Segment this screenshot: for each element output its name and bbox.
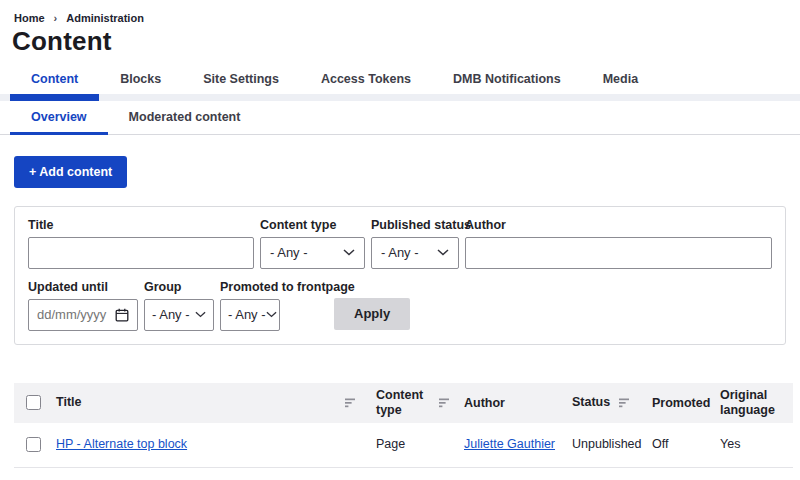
filters-row-1: Title Content type - Any - Published sta… bbox=[28, 218, 772, 269]
content-title-link[interactable]: HP - Alternate top block bbox=[56, 437, 187, 451]
filter-author-input[interactable] bbox=[465, 237, 772, 269]
column-header-author: Author bbox=[464, 396, 505, 410]
author-link[interactable]: Juliette Gauthier bbox=[464, 437, 555, 451]
filter-promoted-label: Promoted to frontpage bbox=[220, 280, 280, 294]
filter-title-input[interactable] bbox=[28, 237, 254, 269]
subtab-overview[interactable]: Overview bbox=[10, 101, 108, 134]
cell-promoted: Off bbox=[652, 437, 668, 451]
filter-published-status-value: - Any - bbox=[381, 245, 419, 260]
add-content-button[interactable]: + Add content bbox=[14, 156, 127, 188]
secondary-tabs: Overview Moderated content bbox=[0, 101, 800, 135]
filter-published-status-field: Published status - Any - bbox=[371, 218, 459, 269]
cell-status: Unpublished bbox=[572, 437, 642, 451]
breadcrumb-administration-link[interactable]: Administration bbox=[66, 12, 144, 24]
column-header-original-language: Original language bbox=[720, 388, 780, 418]
page-title: Content bbox=[12, 27, 800, 57]
tab-media[interactable]: Media bbox=[582, 64, 659, 94]
filter-group-label: Group bbox=[144, 280, 214, 294]
apply-filters-button[interactable]: Apply bbox=[334, 298, 410, 330]
subtab-moderated-content[interactable]: Moderated content bbox=[108, 101, 262, 134]
column-header-content-type[interactable]: Content type bbox=[376, 388, 430, 418]
tab-content[interactable]: Content bbox=[10, 64, 99, 94]
tab-site-settings[interactable]: Site Settings bbox=[182, 64, 300, 94]
chevron-right-icon: › bbox=[54, 12, 58, 24]
filter-updated-until-input[interactable] bbox=[37, 307, 111, 322]
sort-icon[interactable] bbox=[345, 398, 356, 408]
table-row: HP - News Page Juliette Gauthier Unpubli… bbox=[14, 468, 793, 480]
table-header-row: Title Content type Author Status bbox=[14, 383, 793, 423]
filter-content-type-value: - Any - bbox=[270, 245, 308, 260]
filter-author-field: Author bbox=[465, 218, 772, 269]
filters-row-2: Updated until Group - Any - bbox=[28, 280, 772, 331]
chevron-down-icon bbox=[343, 249, 355, 256]
filters-panel: Title Content type - Any - Published sta… bbox=[14, 206, 786, 345]
filter-published-status-label: Published status bbox=[371, 218, 459, 232]
table-row: HP - Alternate top block Page Juliette G… bbox=[14, 423, 793, 468]
content-admin-page: Home › Administration Content Content Bl… bbox=[0, 0, 800, 480]
filter-group-value: - Any - bbox=[152, 307, 190, 322]
sort-icon[interactable] bbox=[619, 398, 630, 408]
chevron-down-icon bbox=[266, 311, 277, 318]
content-table: Title Content type Author Status bbox=[14, 383, 793, 480]
filter-promoted-field: Promoted to frontpage - Any - bbox=[220, 280, 280, 331]
breadcrumb-home-link[interactable]: Home bbox=[14, 12, 45, 24]
filter-updated-until-label: Updated until bbox=[28, 280, 138, 294]
filter-title-field: Title bbox=[28, 218, 254, 269]
filter-promoted-select[interactable]: - Any - bbox=[220, 299, 280, 331]
filter-updated-until-field: Updated until bbox=[28, 280, 138, 331]
filter-title-label: Title bbox=[28, 218, 254, 232]
filter-published-status-select[interactable]: - Any - bbox=[371, 237, 459, 269]
breadcrumb: Home › Administration bbox=[0, 0, 800, 24]
chevron-down-icon bbox=[195, 311, 206, 318]
select-all-checkbox[interactable] bbox=[26, 395, 41, 410]
tab-access-tokens[interactable]: Access Tokens bbox=[300, 64, 432, 94]
filter-updated-until-datebox bbox=[28, 299, 138, 331]
cell-content-type: Page bbox=[376, 437, 405, 451]
filter-promoted-value: - Any - bbox=[228, 307, 266, 322]
primary-tabs-track bbox=[0, 94, 800, 101]
column-header-status[interactable]: Status bbox=[572, 395, 610, 410]
primary-tabs: Content Blocks Site Settings Access Toke… bbox=[0, 64, 800, 94]
tab-dmb-notifications[interactable]: DMB Notifications bbox=[432, 64, 582, 94]
filter-author-label: Author bbox=[465, 218, 772, 232]
filter-group-select[interactable]: - Any - bbox=[144, 299, 214, 331]
tab-blocks[interactable]: Blocks bbox=[99, 64, 182, 94]
sort-icon[interactable] bbox=[439, 398, 450, 408]
row-checkbox[interactable] bbox=[26, 437, 41, 452]
filter-content-type-field: Content type - Any - bbox=[260, 218, 365, 269]
column-header-promoted: Promoted bbox=[652, 396, 710, 410]
filter-content-type-label: Content type bbox=[260, 218, 365, 232]
column-header-title[interactable]: Title bbox=[56, 395, 81, 410]
filter-content-type-select[interactable]: - Any - bbox=[260, 237, 365, 269]
cell-original-language: Yes bbox=[720, 437, 740, 451]
calendar-icon[interactable] bbox=[115, 308, 129, 322]
filter-group-field: Group - Any - bbox=[144, 280, 214, 331]
chevron-down-icon bbox=[437, 249, 449, 256]
